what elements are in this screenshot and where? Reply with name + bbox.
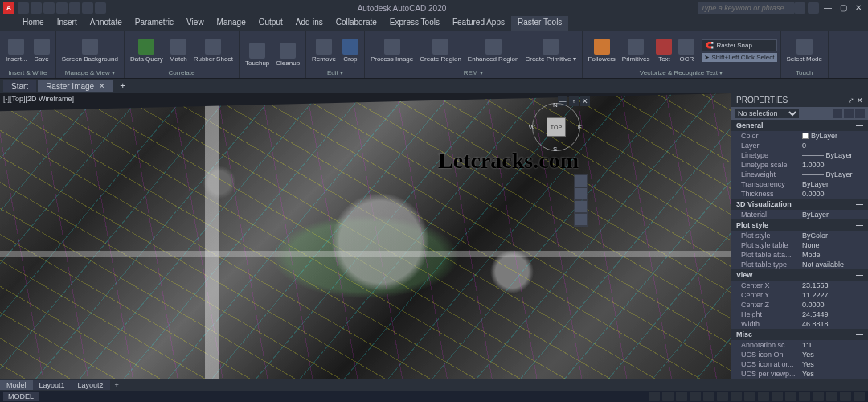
polar-icon[interactable]	[690, 392, 701, 401]
drawing-canvas[interactable]	[0, 93, 731, 391]
ribbon-tab-view[interactable]: View	[180, 16, 211, 31]
followers-button[interactable]: Followers	[586, 38, 618, 64]
ribbon-tab-featured-apps[interactable]: Featured Apps	[446, 16, 511, 31]
nav-pan-icon[interactable]	[575, 188, 587, 199]
shift-left-click-select[interactable]: ➤Shift+Left Click Select	[702, 53, 776, 62]
customize-icon[interactable]	[854, 392, 865, 401]
clean-screen-icon[interactable]	[840, 392, 851, 401]
qat-open-icon[interactable]	[31, 2, 42, 14]
props-value[interactable]: None	[802, 241, 863, 249]
props-row-width[interactable]: Width46.8818	[731, 319, 868, 329]
transparency-icon[interactable]	[744, 392, 755, 401]
props-value[interactable]: ByColor	[802, 232, 863, 240]
ortho-icon[interactable]	[676, 392, 687, 401]
primitives-button[interactable]: Primitives	[620, 38, 653, 64]
props-section-misc[interactable]: Misc—	[731, 329, 868, 340]
props-value[interactable]: ——— ByLayer	[802, 151, 863, 159]
ribbon-tab-express-tools[interactable]: Express Tools	[383, 16, 446, 31]
select-objects-icon[interactable]	[844, 109, 854, 118]
nav-orbit-icon[interactable]	[575, 214, 587, 225]
remove-button[interactable]: Remove	[309, 38, 338, 64]
units-icon[interactable]	[799, 392, 810, 401]
ribbon-tab-annotate[interactable]: Annotate	[84, 16, 129, 31]
props-row-ucs-icon-on[interactable]: UCS icon OnYes	[731, 350, 868, 359]
isolate-icon[interactable]	[813, 392, 824, 401]
quick-select-icon[interactable]	[833, 109, 842, 118]
props-value[interactable]: ——— ByLayer	[802, 170, 863, 178]
viewport-label[interactable]: [-][Top][2D Wireframe]	[3, 95, 74, 103]
ocr-button[interactable]: OCR	[676, 38, 697, 64]
help-search-input[interactable]	[698, 2, 794, 14]
ribbon-tab-insert[interactable]: Insert	[51, 16, 84, 31]
help-icon[interactable]	[808, 2, 819, 14]
compass-w[interactable]: W	[529, 124, 535, 131]
ribbon-tab-add-ins[interactable]: Add-ins	[289, 16, 330, 31]
props-section-view[interactable]: View—	[731, 269, 868, 281]
ribbon-tab-manage[interactable]: Manage	[211, 16, 252, 31]
rubber-sheet-button[interactable]: Rubber Sheet	[191, 38, 235, 64]
qat-saveas-icon[interactable]	[56, 2, 68, 14]
props-value[interactable]: 0	[802, 142, 863, 150]
otrack-icon[interactable]	[717, 392, 728, 401]
grid-icon[interactable]	[649, 392, 660, 401]
save-button[interactable]: Save	[31, 38, 52, 64]
insert--button[interactable]: Insert...	[3, 38, 30, 64]
props-row-transparency[interactable]: TransparencyByLayer	[731, 179, 868, 189]
ribbon-tab-parametric[interactable]: Parametric	[129, 16, 180, 31]
create-region-button[interactable]: Create Region	[417, 38, 464, 64]
props-row-linetype-scale[interactable]: Linetype scale1.0000	[731, 160, 868, 170]
props-value[interactable]: 1.0000	[802, 161, 863, 169]
props-value[interactable]: Model	[802, 251, 863, 259]
data-query-button[interactable]: Data Query	[128, 38, 166, 64]
new-tab-button[interactable]: +	[115, 80, 130, 92]
view-cube[interactable]: TOP N S E W	[532, 103, 580, 151]
lineweight-icon[interactable]	[731, 392, 742, 401]
app-logo[interactable]: A	[3, 2, 14, 14]
ribbon-tab-raster-tools[interactable]: Raster Tools	[511, 16, 568, 31]
props-section-general[interactable]: General—	[731, 120, 868, 131]
props-value[interactable]: Yes	[802, 360, 863, 368]
vp-close-icon[interactable]: ✕	[580, 96, 590, 106]
compass-e[interactable]: E	[578, 124, 582, 131]
annotation-scale-icon[interactable]	[758, 392, 769, 401]
props-row-center-y[interactable]: Center Y11.2227	[731, 290, 868, 300]
signin-icon[interactable]	[794, 2, 805, 14]
props-close-icon[interactable]: ✕	[857, 96, 863, 105]
minimize-button[interactable]: —	[821, 2, 834, 14]
qat-new-icon[interactable]	[18, 2, 29, 14]
process-image-button[interactable]: Process Image	[368, 38, 416, 64]
ribbon-tab-collaborate[interactable]: Collaborate	[330, 16, 383, 31]
props-row-height[interactable]: Height24.5449	[731, 310, 868, 319]
status-model-button[interactable]: MODEL	[3, 392, 39, 401]
match-button[interactable]: Match	[167, 38, 190, 64]
layout-tab-model[interactable]: Model	[0, 380, 33, 390]
props-row-center-z[interactable]: Center Z0.0000	[731, 300, 868, 310]
props-value[interactable]: ByLayer	[802, 180, 863, 188]
new-layout-button[interactable]: +	[110, 381, 124, 389]
layout-tab-layout1[interactable]: Layout1	[33, 380, 72, 390]
props-row-layer[interactable]: Layer0	[731, 141, 868, 150]
props-value[interactable]: 0.0000	[802, 301, 863, 309]
props-value[interactable]: 0.0000	[802, 190, 863, 198]
props-value[interactable]: Yes	[802, 351, 863, 359]
annotation-monitor-icon[interactable]	[785, 392, 796, 401]
props-row-ucs-per-viewp-[interactable]: UCS per viewp...Yes	[731, 369, 868, 379]
props-section-3d-visualization[interactable]: 3D Visualization—	[731, 199, 868, 210]
close-button[interactable]: ✕	[852, 2, 865, 14]
props-section-plot-style[interactable]: Plot style—	[731, 219, 868, 231]
file-tab-start[interactable]: Start	[3, 80, 36, 92]
props-value[interactable]: 1:1	[802, 341, 863, 349]
maximize-button[interactable]: ▢	[837, 2, 850, 14]
props-value[interactable]: Not available	[802, 260, 863, 269]
props-row-plot-style-table[interactable]: Plot style tableNone	[731, 240, 868, 250]
select-mode-button[interactable]: Select Mode	[784, 38, 825, 64]
props-value[interactable]: ByLayer	[802, 132, 863, 140]
hardware-accel-icon[interactable]	[826, 392, 837, 401]
cleanup-button[interactable]: Cleanup	[273, 42, 302, 68]
props-row-ucs-icon-at-or-[interactable]: UCS icon at or...Yes	[731, 359, 868, 369]
props-value[interactable]: 24.5449	[802, 310, 863, 318]
compass-n[interactable]: N	[553, 101, 558, 109]
props-row-plot-table-atta-[interactable]: Plot table atta...Model	[731, 250, 868, 260]
osnap-icon[interactable]	[703, 392, 714, 401]
qat-plot-icon[interactable]	[69, 2, 80, 14]
